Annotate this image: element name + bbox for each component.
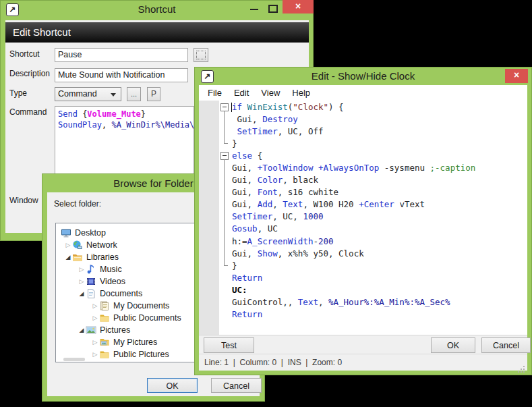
folder-icon (99, 313, 110, 323)
maximize-icon[interactable] (268, 5, 278, 13)
menu-edit[interactable]: Edit (228, 88, 255, 98)
menu-view[interactable]: View (255, 88, 286, 98)
shortcut-titlebar[interactable]: ↗ Shortcut × (0, 0, 314, 19)
collapsed-arrow-icon[interactable]: ▷ (91, 339, 99, 346)
fold-end-icon (219, 259, 230, 271)
menu-file[interactable]: File (202, 88, 228, 98)
fold-mid-icon (219, 113, 230, 125)
menu-bar: FileEditViewHelp (199, 85, 527, 101)
type-select-value: Command (58, 89, 97, 99)
libraries-icon (72, 252, 83, 263)
edit-shortcut-header: Edit Shortcut (5, 22, 309, 43)
collapsed-arrow-icon[interactable]: ▷ (91, 315, 99, 321)
tree-item-label: Desktop (75, 228, 106, 238)
ok-button[interactable]: OK (147, 378, 198, 393)
code-text: GuiControl,, Text, %A_Hour%:%A_Min%:%A_S… (230, 297, 450, 307)
shortcut-input[interactable]: Pause (55, 48, 188, 62)
music-icon (86, 264, 96, 275)
tree-item-label: Pictures (100, 325, 130, 335)
hotkey-picker-button[interactable] (194, 48, 208, 62)
edit-window-title: Edit - Show/Hide Clock (194, 70, 532, 82)
resize-grip-icon[interactable] (523, 366, 525, 367)
code-line-9[interactable]: 9Gui, Add, Text, W100 H20 +Center vText (199, 198, 527, 211)
collapsed-arrow-icon[interactable]: ▷ (64, 242, 72, 248)
select-folder-label: Select folder: (54, 199, 101, 209)
code-line-18[interactable]: 18Return (199, 308, 527, 321)
code-line-6[interactable]: 6Gui, +ToolWindow +AlwaysOnTop -sysmenu … (199, 161, 527, 173)
tree-item-label: Libraries (86, 252, 119, 262)
code-line-16[interactable]: 16UC: (199, 283, 527, 296)
expanded-arrow-icon[interactable]: ◢ (78, 327, 86, 333)
menu-help[interactable]: Help (286, 88, 316, 98)
code-line-2[interactable]: 2 Gui, Destroy (199, 113, 527, 125)
close-icon[interactable]: × (283, 0, 314, 13)
fold-margin (219, 296, 230, 308)
expanded-arrow-icon[interactable]: ◢ (64, 254, 72, 261)
pictures-icon (86, 325, 96, 335)
desktop-icon (61, 227, 71, 238)
close-icon[interactable]: × (505, 69, 528, 83)
code-line-13[interactable]: 13Gui, Show, x%h% y50, Clock (199, 247, 527, 259)
minimize-icon[interactable] (250, 9, 258, 10)
tree-item-label: Documents (100, 289, 142, 298)
cancel-button[interactable]: Cancel (211, 378, 262, 393)
type-browse-button[interactable]: ... (127, 87, 141, 101)
code-line-8[interactable]: 8Gui, Font, s16 cwhite (199, 186, 527, 198)
tree-item-label: Public Pictures (113, 350, 169, 359)
type-select[interactable]: Command (55, 87, 121, 101)
code-line-3[interactable]: 3 SetTimer, UC, Off (199, 125, 527, 137)
code-line-12[interactable]: 12h:=A_ScreenWidth-200 (199, 235, 527, 247)
code-line-10[interactable]: 10SetTimer, UC, 1000 (199, 211, 527, 223)
collapsed-arrow-icon[interactable]: ▷ (91, 302, 99, 309)
edit-client: FileEditViewHelp 1if WinExist("Clock") {… (199, 85, 527, 371)
fold-mid-icon (219, 247, 230, 259)
ok-button[interactable]: OK (431, 337, 475, 353)
code-line-4[interactable]: 4} (199, 137, 527, 149)
edit-footer: Test OK Cancel Line: 1 | Column: 0 | INS… (199, 335, 527, 371)
line-number-gutter (199, 101, 219, 335)
code-text: Return (230, 309, 262, 319)
chevron-down-icon (111, 93, 116, 97)
fold-mid-icon (219, 161, 230, 173)
command-code-line: SoundPlay, %A_WinDir%\Media\n (58, 119, 191, 130)
code-line-14[interactable]: 14} (199, 259, 527, 271)
fold-start-icon[interactable] (219, 149, 230, 161)
collapsed-arrow-icon[interactable]: ▷ (78, 278, 86, 285)
code-line-1[interactable]: 1if WinExist("Clock") { (199, 101, 527, 113)
tree-item-label: My Documents (113, 301, 169, 310)
collapsed-arrow-icon[interactable]: ▷ (78, 266, 86, 273)
fold-mid-icon (219, 223, 230, 235)
code-line-17[interactable]: 17GuiControl,, Text, %A_Hour%:%A_Min%:%A… (199, 296, 527, 308)
tree-item-label: Network (86, 240, 117, 250)
code-text: else { (230, 151, 262, 161)
documents-icon (86, 288, 96, 299)
code-text: Gui, Show, x%h% y50, Clock (230, 248, 364, 259)
code-line-15[interactable]: 15Return (199, 271, 527, 283)
code-text: Gui, Font, s16 cwhite (230, 187, 338, 197)
my-documents-icon (99, 300, 110, 311)
cancel-button[interactable]: Cancel (481, 337, 531, 353)
fold-end-icon (219, 137, 230, 149)
fold-start-icon[interactable] (219, 101, 230, 113)
fold-margin (219, 271, 230, 283)
edit-titlebar[interactable]: ↗ Edit - Show/Hide Clock × (194, 67, 532, 86)
code-line-5[interactable]: 5else { (199, 149, 527, 161)
folder-icon (99, 349, 110, 360)
description-field-label: Description (9, 69, 50, 78)
fold-margin (219, 283, 230, 296)
type-p-button[interactable]: P (147, 87, 160, 101)
code-editor[interactable]: 1if WinExist("Clock") {2 Gui, Destroy3 S… (199, 101, 527, 335)
code-text: Gui, Color, black (230, 175, 318, 185)
horizontal-scrollbar-thumb[interactable] (63, 358, 85, 361)
fold-mid-icon (219, 186, 230, 198)
fold-mid-icon (219, 125, 230, 137)
expanded-arrow-icon[interactable]: ◢ (78, 290, 86, 297)
description-input[interactable]: Mute Sound with Notification (55, 68, 188, 82)
fold-mid-icon (219, 211, 230, 223)
code-line-11[interactable]: 11Gosub, UC (199, 223, 527, 235)
collapsed-arrow-icon[interactable]: ▷ (91, 351, 99, 358)
test-button[interactable]: Test (204, 337, 254, 353)
desktop: ↗ Shortcut × Edit Shortcut Shortcut Paus… (0, 0, 532, 407)
code-line-7[interactable]: 7Gui, Color, black (199, 174, 527, 186)
videos-icon (86, 276, 96, 287)
